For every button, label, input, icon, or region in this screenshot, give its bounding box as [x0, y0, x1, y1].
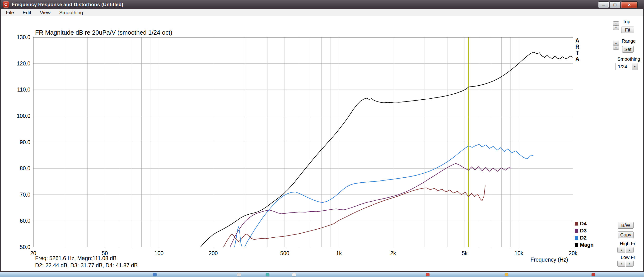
status-readout-line1: Freq: 5261.6 Hz, Magn:111.08 dB: [35, 255, 116, 262]
minimize-icon: –: [602, 2, 605, 7]
right-arrow-icon: ►: [628, 249, 631, 251]
copy-button[interactable]: Copy: [618, 232, 634, 238]
down-arrow-icon: ▼: [615, 27, 617, 29]
legend-item-d2: D2: [575, 234, 594, 242]
app-window: C Frequency Response and Distortions (Un…: [0, 0, 644, 272]
app-icon: C: [3, 1, 9, 7]
down-arrow-icon: ▼: [615, 46, 617, 49]
up-arrow-icon: ▲: [615, 42, 617, 44]
legend-swatch-icon: [575, 236, 578, 240]
menu-smoothing[interactable]: Smoothing: [56, 9, 87, 16]
smoothing-label: Smoothing: [618, 56, 640, 62]
right-arrow-icon: ►: [628, 262, 631, 265]
menubar: File Edit View Smoothing: [1, 9, 643, 16]
legend-swatch-icon: [575, 229, 578, 233]
top-spin-up-button[interactable]: ▲: [613, 21, 619, 26]
legend-label: D3: [580, 228, 586, 234]
high-fr-label: High Fr: [620, 241, 636, 247]
taskbar-app-icon[interactable]: [266, 273, 269, 276]
top-label: Top: [623, 19, 630, 24]
legend-item-d4: D4: [575, 220, 594, 227]
left-arrow-icon: ◄: [620, 249, 623, 251]
menu-view[interactable]: View: [36, 9, 54, 16]
taskbar-app-icon[interactable]: [292, 273, 296, 276]
taskbar[interactable]: [0, 272, 644, 277]
up-arrow-icon: ▲: [615, 22, 617, 25]
low-fr-left-button[interactable]: ◄: [618, 261, 625, 267]
low-fr-label: Low Fr: [621, 255, 635, 260]
chevron-down-icon: ▼: [634, 65, 636, 68]
bw-button[interactable]: B/W: [618, 222, 634, 229]
legend-item-d3: D3: [575, 227, 594, 234]
menu-file[interactable]: File: [2, 9, 18, 16]
chart-legend: D4D3D2Magn: [575, 220, 594, 249]
x-axis-title: Frequency (Hz): [530, 257, 568, 263]
range-spin-up-button[interactable]: ▲: [613, 41, 619, 45]
high-fr-arrows: ◄ ►: [618, 247, 634, 253]
legend-label: Magn: [580, 242, 594, 248]
watermark-letter: A: [574, 37, 580, 44]
set-button[interactable]: Set: [622, 46, 634, 53]
smoothing-dropdown-button[interactable]: ▼: [632, 63, 638, 70]
minimize-button[interactable]: –: [598, 1, 609, 8]
arta-watermark: ARTA: [574, 37, 580, 62]
smoothing-value: 1/24: [616, 64, 632, 69]
window-title: Frequency Response and Distortions (Unti…: [12, 0, 123, 9]
app-icon-letter: C: [4, 2, 8, 7]
restore-icon: □: [614, 2, 616, 7]
low-fr-arrows: ◄ ►: [618, 261, 634, 267]
top-spinner: ▲ ▼: [613, 21, 619, 30]
taskbar-app-icon[interactable]: [505, 273, 508, 276]
taskbar-app-icon[interactable]: [153, 273, 156, 276]
high-fr-left-button[interactable]: ◄: [618, 247, 625, 253]
titlebar[interactable]: C Frequency Response and Distortions (Un…: [1, 0, 644, 9]
close-icon: ×: [628, 2, 631, 7]
left-arrow-icon: ◄: [620, 262, 623, 265]
legend-item-magn: Magn: [575, 242, 594, 249]
status-readout-line2: D2:-22.44 dB, D3:-31.77 dB, D4:-41.87 dB: [35, 262, 138, 269]
watermark-letter: A: [574, 56, 580, 62]
taskbar-app-icon[interactable]: [426, 273, 430, 276]
legend-swatch-icon: [575, 243, 578, 247]
watermark-letter: R: [574, 44, 580, 50]
chart-title: FR Magnitude dB re 20uPa/V (smoothed 1/2…: [35, 29, 172, 36]
taskbar-app-icon[interactable]: [237, 273, 241, 276]
fit-button[interactable]: Fit: [621, 26, 634, 33]
taskbar-app-icon[interactable]: [592, 273, 595, 276]
range-spinner: ▲ ▼: [613, 41, 619, 49]
high-fr-right-button[interactable]: ►: [626, 247, 634, 253]
low-fr-right-button[interactable]: ►: [626, 261, 634, 267]
range-label: Range: [622, 38, 636, 44]
close-button[interactable]: ×: [621, 1, 638, 8]
legend-swatch-icon: [575, 222, 578, 226]
menu-edit[interactable]: Edit: [19, 9, 35, 16]
watermark-letter: T: [574, 50, 580, 56]
range-spin-down-button[interactable]: ▼: [613, 45, 619, 49]
caption-buttons: – □ ×: [598, 1, 638, 8]
legend-label: D4: [580, 221, 586, 227]
legend-label: D2: [580, 235, 586, 241]
smoothing-dropdown[interactable]: 1/24 ▼: [616, 63, 638, 70]
restore-button[interactable]: □: [610, 1, 620, 8]
top-spin-down-button[interactable]: ▼: [613, 26, 619, 30]
